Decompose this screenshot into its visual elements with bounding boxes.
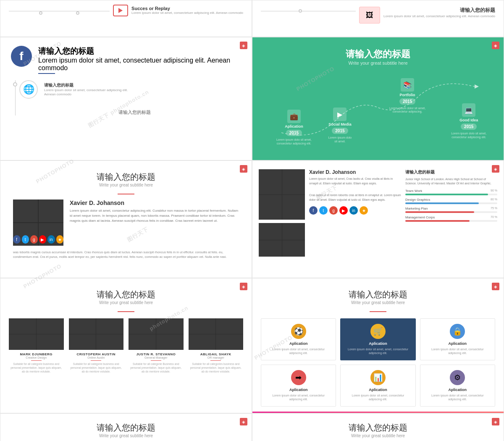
pimg-cell-1 xyxy=(13,200,38,222)
vt-globe-desc: Lorem ipsum dolor sit amet, consectetuer… xyxy=(44,88,128,97)
aplication-year: 2015 xyxy=(286,130,302,136)
tpc-8 xyxy=(96,334,123,350)
corner-btn-green[interactable]: ◈ xyxy=(492,42,499,49)
play-icon-area: Succes or Replay Lorem ipsum dolor sit a… xyxy=(113,5,243,16)
resume-info: Xavier D. Johanson Lorem ipsum dolor sit… xyxy=(309,169,401,269)
timeline-line-area xyxy=(9,7,110,11)
apps-grid: ⚽ Aplication Lorem ipsum dolor sit amet,… xyxy=(261,318,495,407)
top-right-line-area xyxy=(261,7,356,11)
team-member-cristopher: CRISTOPERH AUSTIN Online Austin Suitable… xyxy=(69,318,124,373)
team-desc-justin: Suitable for all categorie Business and … xyxy=(129,362,184,373)
corner-btn-social[interactable]: ◈ xyxy=(240,42,247,49)
tpc-5 xyxy=(69,318,96,334)
skill-marketing-pct: 75 % xyxy=(491,207,497,211)
resume-desc2: Cras laolis ut et lorem lobortis cras at… xyxy=(309,193,401,202)
green-title: 请输入您的标题 xyxy=(265,48,491,60)
team-photo-cristopher xyxy=(69,318,124,350)
corner-btn-profile[interactable]: ◈ xyxy=(240,165,247,173)
team-red-line-cristopher xyxy=(91,360,101,361)
timeline-h-line xyxy=(9,11,110,11)
tpc-10 xyxy=(156,318,184,334)
timeline-dot-right xyxy=(76,11,79,15)
team-red-line-justin xyxy=(151,360,161,361)
corner-btn-resume[interactable]: ◈ xyxy=(492,165,499,173)
skill-teamwork-header: Team Work 90 % xyxy=(405,189,497,194)
aplication-icon: 💼 xyxy=(287,110,301,123)
resume-si-gp: g xyxy=(329,206,338,215)
resume-photo-col xyxy=(259,169,305,269)
app-title-cart: Aplication xyxy=(345,341,411,346)
gt-item-aplication: 💼 Aplication 2015 Lorem ipsum dolo sit a… xyxy=(276,110,312,145)
resume-si-li: in xyxy=(349,206,358,215)
goodidea-label: Good Idea xyxy=(451,118,486,122)
green-content: ◈ 请输入您的标题 Write your great subtitle here… xyxy=(252,37,504,160)
team-name-mark: MARK DJUNBERG xyxy=(9,352,64,356)
si-fb: f xyxy=(13,235,21,244)
goodidea-year: 2015 xyxy=(461,123,477,130)
top-partial-row: Succes or Replay Lorem ipsum dolor sit a… xyxy=(0,0,504,37)
tpc-2 xyxy=(37,318,64,334)
corner-btn-bottom-right[interactable]: ◈ xyxy=(492,418,499,425)
apps-subtitle: Write your great subtitle here xyxy=(261,300,495,305)
team-desc-abligail: Suitable for all categories business and… xyxy=(189,362,244,373)
team-member-justin: JUSTIN R. STEVANNO General Manager Suita… xyxy=(129,318,184,373)
rpc-5 xyxy=(259,223,282,240)
team-name-cristopher: CRISTOPERH AUSTIN xyxy=(69,352,124,356)
resume-bio-text: Junior High School of London. Ames High … xyxy=(405,177,497,186)
row4: ◈ 请输入您的标题 Write your great subtitle here… xyxy=(0,278,504,413)
tpc-3 xyxy=(9,334,36,350)
panel-top-right: 🖼 请输入您的标题 Lorem ipsum dolor sit amet, co… xyxy=(252,0,504,37)
row3: ◈ 请输入您的标题 Write your great subtitle here… xyxy=(0,160,504,278)
skill-teamwork-bg xyxy=(405,194,497,195)
aplication-label: Aplication xyxy=(276,124,312,129)
app-card-chart: 📊 Aplication Lorem ipsum dolor sit amet,… xyxy=(340,365,415,407)
vt-globe-title: 请输入您的标题 xyxy=(44,82,128,88)
corner-btn-bottom-left[interactable]: ◈ xyxy=(240,418,247,425)
team-red-line-mark xyxy=(31,360,42,361)
corner-btn-team[interactable]: ◈ xyxy=(240,283,247,290)
resume-grid: Xavier D. Johanson Lorem ipsum dolor sit… xyxy=(259,169,497,269)
gt-item-social: ▶ Social Media 2015 Lorem ipsum dolosit … xyxy=(328,108,352,143)
rpc-2 xyxy=(282,169,305,194)
social-title: 请输入您的标题 xyxy=(38,46,241,57)
green-subtitle: Write your great subtitle here xyxy=(265,60,491,66)
replay-title: Succes or Replay xyxy=(131,6,243,11)
replay-text-area: Succes or Replay Lorem ipsum dolor sit a… xyxy=(131,6,243,15)
social-media-icon: ▶ xyxy=(333,108,346,121)
app-card-lock: 🔒 Aplication Lorem ipsum dolor sit amet,… xyxy=(420,318,495,360)
portfolio-label: Portfolio xyxy=(389,93,425,97)
portfolio-desc: Lorem ipsum dolor sit amet,consectetur a… xyxy=(389,107,425,114)
resume-extra-photo xyxy=(259,223,305,257)
tpc-13 xyxy=(189,318,216,334)
vt-bottom-label: 请输入您的标题 xyxy=(28,109,241,116)
team-role-justin: General Manager xyxy=(129,356,184,359)
corner-btn-apps[interactable]: ◈ xyxy=(492,283,499,290)
gt-item-portfolio: 📚 Portfolio 2015 Lorem ipsum dolor sit a… xyxy=(389,78,425,114)
skill-management-fill xyxy=(405,220,470,222)
team-member-abligail: ABLIGAIL SHAYK OR manager Suitable for a… xyxy=(189,318,244,373)
skill-design-header: Design Graphics 80 % xyxy=(405,198,497,202)
team-photo-grid-abligail xyxy=(189,318,244,350)
team-grid: MARK DJUNBERG Creative Design Suitable f… xyxy=(9,318,243,373)
resume-si-tw: t xyxy=(319,206,328,215)
app-title-lock: Aplication xyxy=(425,341,491,346)
profile-subtitle: Write your great subtitle here xyxy=(13,183,239,187)
top-right-dot xyxy=(299,9,302,13)
timeline-dot-left xyxy=(39,11,42,15)
play-icon-box xyxy=(113,5,128,16)
app-desc-chart: Lorem ipsum dolor sit amet, consectetur … xyxy=(345,394,411,401)
resume-photo xyxy=(259,169,305,220)
team-red-underline xyxy=(118,311,134,312)
team-subtitle: Write your great subtitle here xyxy=(9,300,243,305)
profile-info: Xavier D. Johanson Lorem ipsum dolor sit… xyxy=(70,200,239,246)
app-title-gear: Aplication xyxy=(425,388,491,392)
rpc-1 xyxy=(259,169,282,194)
si-yt: ▶ xyxy=(39,235,47,244)
panel-team: ◈ 请输入您的标题 Write your great subtitle here… xyxy=(0,278,252,413)
panel-social: ◈ f 请输入您的标题 Lorem ipsum dolor sit amet, … xyxy=(0,37,252,160)
skill-management-header: Management Corps 70 % xyxy=(405,215,497,220)
skill-management: Management Corps 70 % xyxy=(405,215,497,222)
skill-teamwork-pct: 90 % xyxy=(491,189,497,194)
profile-content: f t g ▶ in ★ Xavier D. Johanson Lorem ip… xyxy=(13,200,239,246)
profile-body-text: was lobortis magnis cursus accumsan id i… xyxy=(13,250,239,260)
